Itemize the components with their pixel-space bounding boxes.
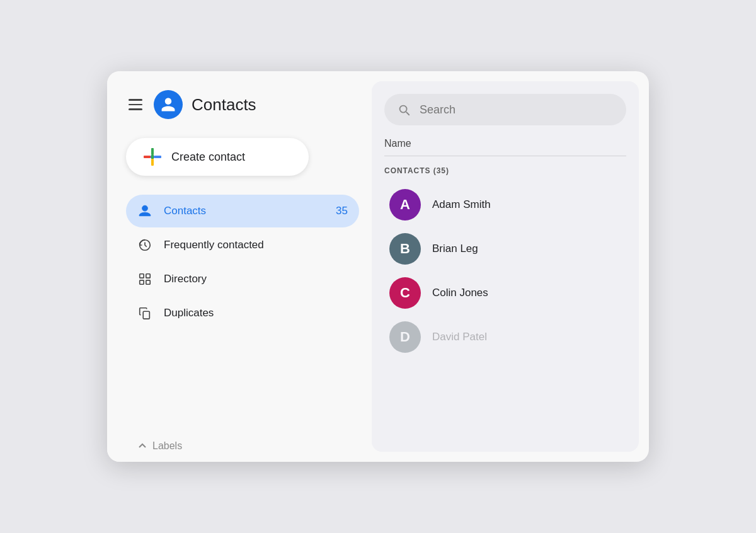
search-bar[interactable] — [384, 94, 626, 125]
contact-item-david-patel[interactable]: D David Patel — [384, 315, 626, 359]
avatar-brian-leg: B — [389, 233, 421, 265]
app-logo — [154, 90, 183, 119]
contact-item-colin-jones[interactable]: C Colin Jones — [384, 271, 626, 315]
app-header: Contacts — [126, 90, 359, 119]
contact-name-adam-smith: Adam Smith — [432, 198, 491, 211]
svg-rect-9 — [146, 274, 150, 278]
labels-footer-label: Labels — [152, 440, 182, 452]
create-contact-label: Create contact — [171, 151, 245, 164]
contact-name-brian-leg: Brian Leg — [432, 243, 478, 255]
right-panel: Name CONTACTS (35) A Adam Smith B Brian … — [372, 81, 639, 452]
person-logo-icon — [160, 96, 176, 113]
sidebar-item-frequently-contacted[interactable]: Frequently contacted — [126, 229, 359, 261]
svg-rect-10 — [140, 280, 144, 284]
app-window: Contacts Create contact — [107, 71, 649, 462]
avatar-david-patel: D — [389, 321, 421, 353]
hamburger-menu-button[interactable] — [126, 96, 145, 113]
svg-rect-4 — [151, 148, 154, 155]
svg-rect-6 — [151, 159, 154, 166]
chevron-up-icon — [137, 441, 147, 451]
labels-footer[interactable]: Labels — [126, 430, 359, 462]
avatar-colin-jones: C — [389, 277, 421, 309]
google-plus-icon — [144, 148, 161, 166]
svg-rect-11 — [146, 280, 150, 284]
contact-list-area: Name CONTACTS (35) A Adam Smith B Brian … — [372, 125, 639, 452]
sidebar-item-contacts[interactable]: Contacts 35 — [126, 195, 359, 227]
contacts-count: 35 — [336, 205, 348, 217]
create-contact-button[interactable]: Create contact — [126, 138, 309, 176]
grid-icon — [137, 272, 152, 287]
svg-rect-3 — [154, 156, 161, 158]
contact-item-brian-leg[interactable]: B Brian Leg — [384, 227, 626, 271]
history-icon — [137, 238, 152, 253]
svg-rect-1 — [144, 156, 151, 158]
frequently-contacted-label: Frequently contacted — [164, 239, 348, 251]
avatar-adam-smith: A — [389, 189, 421, 221]
svg-rect-5 — [151, 155, 154, 159]
contact-item-adam-smith[interactable]: A Adam Smith — [384, 183, 626, 227]
contacts-nav-label: Contacts — [164, 205, 324, 217]
search-icon — [397, 103, 411, 117]
copy-icon — [137, 306, 152, 321]
app-title: Contacts — [192, 95, 256, 115]
duplicates-label: Duplicates — [164, 307, 348, 319]
svg-rect-12 — [143, 311, 149, 319]
contacts-section-label: CONTACTS (35) — [384, 164, 626, 178]
contact-name-colin-jones: Colin Jones — [432, 287, 488, 299]
svg-rect-8 — [140, 274, 144, 278]
nav-menu: Contacts 35 Frequently contacted — [126, 195, 359, 331]
person-icon — [137, 203, 152, 219]
contact-name-david-patel: David Patel — [432, 331, 487, 343]
sidebar-item-duplicates[interactable]: Duplicates — [126, 297, 359, 330]
left-panel: Contacts Create contact — [107, 71, 372, 462]
name-column-header: Name — [384, 138, 626, 156]
search-input[interactable] — [420, 103, 614, 117]
sidebar-item-directory[interactable]: Directory — [126, 263, 359, 295]
directory-label: Directory — [164, 273, 348, 285]
